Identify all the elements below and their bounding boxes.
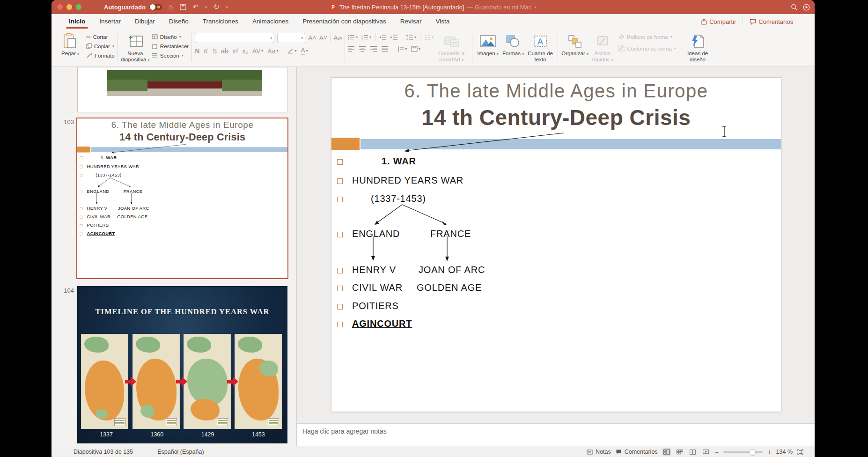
slide-title[interactable]: 6. The late Middle Ages in Europe <box>331 81 781 102</box>
tab-insertar[interactable]: Insertar <box>98 15 122 29</box>
section-button[interactable]: Sección▾ <box>152 52 189 59</box>
slide-subtitle[interactable]: 14 th Century-Deep Crisis <box>77 131 287 143</box>
slideshow-view-button[interactable] <box>702 448 710 456</box>
decrease-indent-button[interactable] <box>379 34 387 40</box>
subscript-button[interactable]: x₂ <box>242 47 248 55</box>
underline-button[interactable]: S <box>213 47 217 55</box>
format-painter-button[interactable]: Formato <box>86 52 115 59</box>
control-center-icon[interactable] <box>803 4 810 11</box>
new-slide-button[interactable]: Nueva diapositiva ▾ <box>121 32 150 62</box>
shape-fill-button[interactable]: Relleno de forma▾ <box>618 33 676 41</box>
slide-102-thumbnail[interactable] <box>77 67 287 112</box>
columns-button[interactable]: ▾ <box>424 34 434 40</box>
italic-button[interactable]: K <box>204 47 208 55</box>
bullet-row[interactable]: POITIERS <box>77 223 287 228</box>
bullet-row[interactable]: HENRY V JOAN OF ARC <box>77 206 287 212</box>
bullet-row[interactable]: CIVIL WAR GOLDEN AGE <box>331 282 781 295</box>
line-spacing-button[interactable]: ▾ <box>406 34 416 40</box>
design-ideas-button[interactable]: Ideas de diseño <box>682 32 713 62</box>
align-left-button[interactable] <box>348 46 355 52</box>
redo-icon[interactable]: ↻ <box>213 3 220 11</box>
bullet-row[interactable]: CIVIL WAR GOLDEN AGE <box>77 214 287 220</box>
zoom-in-button[interactable]: + <box>767 448 771 456</box>
insert-image-button[interactable]: Imagen ▾ <box>475 32 500 57</box>
bullet-row[interactable]: (1337-1453) <box>331 193 781 206</box>
comments-button[interactable]: Comentarios <box>750 18 793 25</box>
justify-button[interactable] <box>382 46 389 52</box>
align-text-button[interactable]: ▾ <box>411 46 420 52</box>
bullets-button[interactable]: ▾ <box>348 34 358 40</box>
minimize-window-button[interactable] <box>66 4 72 10</box>
arrange-button[interactable]: Organizar ▾ <box>561 32 589 57</box>
numbering-button[interactable]: 123▾ <box>361 34 371 40</box>
tab-dibujar[interactable]: Dibujar <box>134 15 156 29</box>
bullet-row[interactable]: HUNDRED YEARS WAR <box>77 164 287 170</box>
zoom-slider-knob[interactable] <box>749 449 756 456</box>
home-icon[interactable]: ⌂ <box>169 3 173 11</box>
undo-icon[interactable]: ↶ <box>193 3 199 11</box>
paste-button[interactable]: Pegar ▾ <box>57 32 83 57</box>
slide-subtitle[interactable]: 14 th Century-Deep Crisis <box>331 105 781 130</box>
font-size-combo[interactable]: ▾ <box>277 33 305 43</box>
tab-animaciones[interactable]: Animaciones <box>251 15 289 29</box>
quick-styles-button[interactable]: Estilos rápidos ▾ <box>589 32 616 62</box>
change-case-button[interactable]: Aa <box>267 47 275 55</box>
slide-canvas[interactable]: 6. The late Middle Ages in Europe 14 th … <box>331 77 781 412</box>
font-name-combo[interactable]: ▾ <box>195 33 274 43</box>
tab-vista[interactable]: Vista <box>435 15 451 29</box>
notes-placeholder[interactable]: Haga clic para agregar notas <box>302 428 387 435</box>
tab-diseno[interactable]: Diseño <box>168 15 190 29</box>
tab-transiciones[interactable]: Transiciones <box>202 15 239 29</box>
shape-outline-button[interactable]: Contorno de forma▾ <box>618 44 676 52</box>
bullet-row[interactable]: ENGLAND FRANCE <box>331 228 781 241</box>
tab-inicio[interactable]: Inicio <box>68 15 86 29</box>
layout-button[interactable]: Diseño▾ <box>152 33 189 41</box>
fit-slide-button[interactable] <box>797 449 803 455</box>
highlight-button[interactable]: ▾ <box>287 48 297 54</box>
bullet-row[interactable]: (1337-1453) <box>77 173 287 178</box>
share-button[interactable]: Compartir <box>701 18 736 25</box>
cut-button[interactable]: ✂Cortar <box>86 33 115 41</box>
language-indicator[interactable]: Español (España) <box>157 449 204 455</box>
textbox-button[interactable]: A Cuadro de texto <box>526 32 555 62</box>
font-color-button[interactable]: A▾ <box>301 46 308 55</box>
zoom-out-button[interactable]: − <box>715 448 719 456</box>
clear-formatting-button[interactable]: A⌀ <box>333 34 342 42</box>
bullet-row[interactable]: AGINCOURT <box>331 318 781 331</box>
tab-revisar[interactable]: Revisar <box>399 15 423 29</box>
increase-indent-button[interactable] <box>390 34 398 40</box>
search-icon[interactable] <box>791 4 797 10</box>
decrease-font-button[interactable]: A˅ <box>319 34 328 42</box>
align-right-button[interactable] <box>370 46 377 52</box>
tab-presentacion[interactable]: Presentación con diapositivas <box>302 15 387 29</box>
text-direction-button[interactable]: ▾ <box>397 46 407 52</box>
shapes-button[interactable]: Formas ▾ <box>500 32 526 57</box>
slide-sorter-view-button[interactable] <box>676 448 684 456</box>
zoom-window-button[interactable] <box>76 4 81 10</box>
notes-toggle-button[interactable]: Notas <box>587 449 611 455</box>
normal-view-button[interactable] <box>662 448 671 456</box>
save-icon[interactable] <box>180 4 186 10</box>
undo-chevron-icon[interactable]: ▾ <box>205 5 207 9</box>
autosave-toggle[interactable] <box>149 4 162 10</box>
comments-toggle-button[interactable]: Comentarios <box>616 449 658 455</box>
align-center-button[interactable] <box>359 46 366 52</box>
superscript-button[interactable]: x² <box>233 47 238 55</box>
zoom-percentage[interactable]: 134 % <box>776 449 793 455</box>
bullet-row[interactable]: POITIERS <box>331 301 781 313</box>
reading-view-button[interactable] <box>689 448 697 456</box>
strikethrough-button[interactable]: ab <box>221 47 228 55</box>
close-window-button[interactable] <box>57 4 63 10</box>
character-spacing-button[interactable]: AV <box>252 47 261 55</box>
bold-button[interactable]: N <box>195 47 199 55</box>
zoom-slider[interactable] <box>723 451 763 453</box>
bullet-row[interactable]: 1. WAR <box>331 156 781 168</box>
toolbar-options-chevron-icon[interactable]: ▾ <box>226 5 228 9</box>
reset-button[interactable]: Restablecer <box>152 42 189 50</box>
bullet-row[interactable]: HENRY V JOAN OF ARC <box>331 265 781 277</box>
bullet-row[interactable]: HUNDRED YEARS WAR <box>331 175 781 187</box>
slide-title[interactable]: 6. The late Middle Ages in Europe <box>77 120 287 130</box>
slide-104-thumbnail[interactable]: TIMELINE OF THE HUNDRED YEARS WAR <box>77 286 287 443</box>
bullet-row[interactable]: AGINCOURT <box>77 231 287 237</box>
title-chevron-icon[interactable]: ▾ <box>534 5 536 9</box>
